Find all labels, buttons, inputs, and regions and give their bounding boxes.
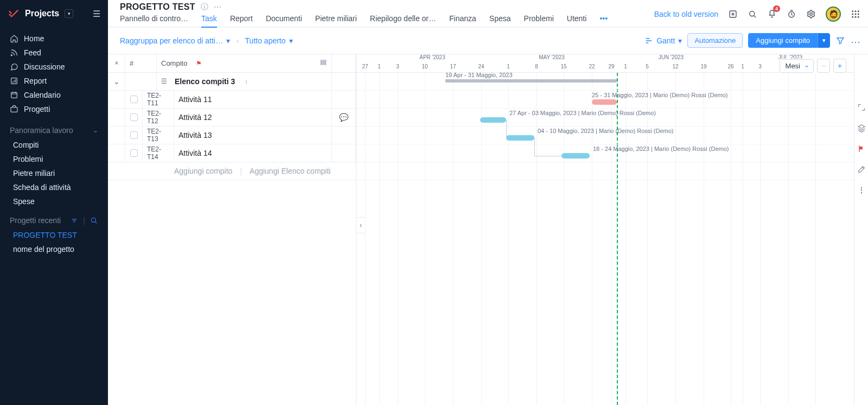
add-task-dropdown[interactable]: ▾ <box>818 33 830 48</box>
task-name[interactable]: Attività 11 <box>174 91 332 108</box>
subnav-timesheet[interactable]: Scheda di attività <box>0 180 108 194</box>
tab-finance[interactable]: Finanza <box>449 14 476 28</box>
sort-icon[interactable]: ↕ <box>245 78 248 85</box>
gantt-task-bar[interactable] <box>480 117 506 123</box>
name-column-header[interactable]: Compito ⚑ <box>157 54 332 72</box>
tab-documents[interactable]: Documenti <box>266 14 302 28</box>
day-label: 1 <box>624 64 627 69</box>
task-id: TE2-T13 <box>143 126 174 144</box>
brand-switcher[interactable]: ▾ <box>65 9 73 18</box>
sidebar: Projects ▾ ☰ Home Feed Discussione Repor… <box>0 0 108 405</box>
recent-sort-icon[interactable] <box>70 216 79 225</box>
tab-report[interactable]: Report <box>230 14 253 28</box>
rail-more-icon[interactable]: ⋮ <box>857 186 866 194</box>
tab-milestones[interactable]: Pietre miliari <box>315 14 357 28</box>
task-checkbox[interactable] <box>130 96 138 103</box>
chevron-down-icon: ▾ <box>289 36 293 45</box>
add-task-inline[interactable]: Aggiungi compito <box>174 167 232 175</box>
tab-users[interactable]: Utenti <box>567 14 587 28</box>
search-icon[interactable] <box>748 9 757 19</box>
gantt-task-bar[interactable] <box>592 99 617 105</box>
nav-feed[interactable]: Feed <box>0 46 108 60</box>
svg-rect-20 <box>321 64 326 65</box>
timer-icon[interactable] <box>787 9 796 19</box>
zoom-in-button[interactable]: + <box>833 59 846 73</box>
automation-button[interactable]: Automazione <box>687 33 743 48</box>
task-row[interactable]: TE2-T11 Attività 11 <box>108 91 356 109</box>
add-icon[interactable] <box>728 9 738 19</box>
add-task-button[interactable]: Aggiungi compito <box>748 33 818 48</box>
svg-point-17 <box>858 16 859 18</box>
task-name[interactable]: Attività 14 <box>174 144 332 162</box>
rail-edit-icon[interactable] <box>857 165 866 174</box>
column-options-icon[interactable] <box>320 59 327 68</box>
nav-calendar[interactable]: Calendario <box>0 88 108 102</box>
task-name[interactable]: Attività 12 <box>174 109 332 126</box>
nav-home[interactable]: Home <box>0 31 108 46</box>
add-list-inline[interactable]: Aggiungi Elenco compiti <box>250 167 330 175</box>
recent-project-active[interactable]: PROGETTO TEST <box>0 228 108 242</box>
more-icon[interactable]: ⋯ <box>214 3 221 11</box>
gantt-task-bar[interactable] <box>561 153 590 159</box>
task-checkbox[interactable] <box>130 131 138 139</box>
tab-timesheet[interactable]: Riepilogo delle or… <box>370 14 436 28</box>
task-checkbox[interactable] <box>130 113 138 121</box>
day-label: 15 <box>560 64 566 69</box>
task-row[interactable]: TE2-T14 Attività 14 <box>108 144 356 162</box>
filter-icon[interactable] <box>835 36 845 46</box>
collapse-all-icon[interactable] <box>108 54 125 72</box>
work-section-header[interactable]: Panoramica lavoro ⌄ <box>0 118 108 138</box>
gantt-panel: ‹ APR '2023MAY '2023JUN '2023JUL '2023 2… <box>356 54 854 405</box>
tab-dashboard[interactable]: Pannello di contro… <box>120 14 188 28</box>
task-name[interactable]: Attività 13 <box>174 126 332 144</box>
tab-expense[interactable]: Spesa <box>489 14 511 28</box>
rail-expand-icon[interactable] <box>857 103 866 112</box>
gantt-summary-bar[interactable] <box>445 79 617 83</box>
task-checkbox[interactable] <box>130 149 138 157</box>
tab-issues[interactable]: Problemi <box>524 14 554 28</box>
more-actions-icon[interactable]: ⋯ <box>851 36 860 46</box>
group-by-dropdown[interactable]: Raggruppa per elenco di atti… ▾ <box>120 36 230 45</box>
info-icon[interactable]: ⓘ <box>201 2 208 12</box>
back-link[interactable]: Back to old version <box>654 10 718 18</box>
nav-report[interactable]: Report <box>0 74 108 88</box>
trailing-column <box>332 54 356 72</box>
notifications[interactable]: 4 <box>767 9 777 20</box>
task-group-row[interactable]: ⌄ ☰ Elenco compiti 3 ↕ <box>108 73 356 91</box>
rail-layers-icon[interactable] <box>857 124 866 132</box>
zoom-out-button[interactable]: − <box>817 59 830 73</box>
view-type-dropdown[interactable]: Gantt ▾ <box>644 36 682 45</box>
zoom-select[interactable]: Mesi <box>780 59 814 73</box>
tab-task[interactable]: Task <box>201 14 217 28</box>
nav-projects[interactable]: Progetti <box>0 102 108 116</box>
avatar[interactable]: 🧔 <box>826 7 841 22</box>
subnav-milestones[interactable]: Pietre miliari <box>0 166 108 180</box>
nav-feed-label: Feed <box>24 48 41 57</box>
task-table-header: # Compito ⚑ <box>108 54 356 73</box>
recent-project-1[interactable]: nome del progetto <box>0 242 108 256</box>
subnav-issues[interactable]: Problemi <box>0 152 108 166</box>
svg-point-4 <box>91 218 95 222</box>
subnav-tasks[interactable]: Compiti <box>0 138 108 152</box>
task-row[interactable]: TE2-T13 Attività 13 <box>108 126 356 144</box>
tab-more-icon[interactable]: ••• <box>599 14 608 28</box>
recent-search-icon[interactable] <box>90 216 98 225</box>
tabs: Pannello di contro… Task Report Document… <box>120 14 608 28</box>
id-column-header[interactable]: # <box>125 54 157 72</box>
gantt-body[interactable]: 19 Apr - 31 Maggio, 202325 - 31 Maggio, … <box>356 73 854 405</box>
comment-icon[interactable]: 💬 <box>339 113 348 122</box>
task-row[interactable]: TE2-T12 Attività 12 💬 <box>108 109 356 126</box>
settings-icon[interactable] <box>806 9 816 19</box>
nav-discussion[interactable]: Discussione <box>0 60 108 74</box>
group-collapse-icon[interactable]: ⌄ <box>108 73 125 90</box>
chevron-down-icon: ▾ <box>678 36 682 45</box>
apps-icon[interactable] <box>851 9 860 19</box>
chat-icon <box>10 62 18 71</box>
rail-flag-icon[interactable] <box>857 144 866 153</box>
gantt-task-bar[interactable] <box>506 135 534 141</box>
sidebar-collapse-icon[interactable]: ☰ <box>93 9 100 19</box>
day-label: 1 <box>507 64 510 69</box>
expand-dropdown[interactable]: Tutto aperto ▾ <box>245 36 293 45</box>
subnav-expenses[interactable]: Spese <box>0 194 108 208</box>
day-label: 3 <box>396 64 399 69</box>
